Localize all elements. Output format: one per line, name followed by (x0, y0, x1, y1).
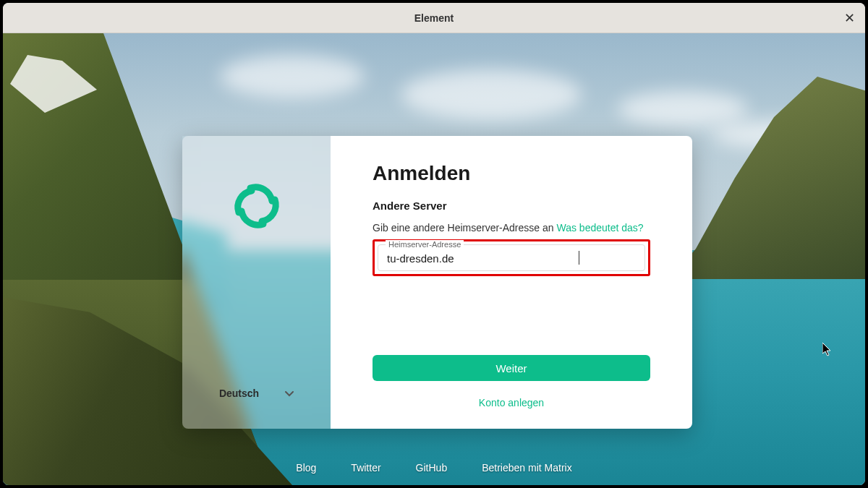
footer-links: Blog Twitter GitHub Betrieben mit Matrix (3, 462, 865, 474)
section-title: Andere Server (373, 200, 650, 212)
input-label: Heimserver-Adresse (386, 240, 464, 249)
create-account-link[interactable]: Konto anlegen (373, 397, 650, 408)
help-text: Gib eine andere Heimserver-Adresse an Wa… (373, 222, 650, 234)
footer-powered-link[interactable]: Betrieben mit Matrix (482, 462, 571, 474)
homeserver-input[interactable]: Heimserver-Adresse tu-dresden.de (378, 244, 645, 271)
language-selector[interactable]: Deutsch (210, 381, 302, 406)
window-title: Element (414, 12, 454, 24)
element-logo-icon (230, 179, 284, 233)
text-cursor (579, 251, 579, 265)
continue-button[interactable]: Weiter (373, 355, 650, 381)
app-window: Element ✕ (3, 3, 865, 485)
footer-blog-link[interactable]: Blog (296, 462, 316, 474)
page-title: Anmelden (373, 162, 650, 185)
language-label: Deutsch (219, 388, 259, 399)
auth-card: Deutsch Anmelden Andere Server Gib eine … (182, 136, 692, 429)
input-value: tu-dresden.de (387, 252, 636, 265)
footer-github-link[interactable]: GitHub (416, 462, 448, 474)
titlebar: Element ✕ (3, 3, 865, 33)
chevron-down-icon (285, 387, 294, 400)
close-button[interactable]: ✕ (842, 11, 856, 25)
footer-twitter-link[interactable]: Twitter (351, 462, 380, 474)
homeserver-input-highlight: Heimserver-Adresse tu-dresden.de (373, 239, 650, 276)
content-area: Deutsch Anmelden Andere Server Gib eine … (3, 33, 865, 485)
auth-sidebar: Deutsch (182, 136, 331, 429)
help-link[interactable]: Was bedeutet das? (556, 222, 643, 234)
auth-form: Anmelden Andere Server Gib eine andere H… (331, 136, 692, 429)
close-icon: ✕ (844, 10, 855, 26)
